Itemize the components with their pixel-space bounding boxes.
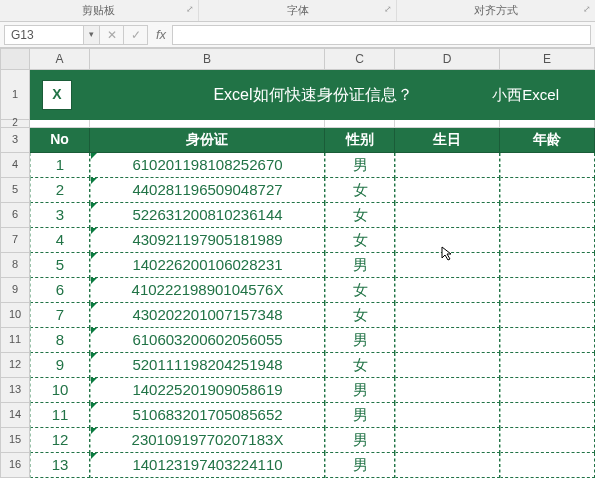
cell-gender[interactable]: 男 <box>325 253 395 278</box>
cell-no[interactable]: 5 <box>30 253 90 278</box>
cell-birth[interactable] <box>395 328 500 353</box>
accept-formula-icon[interactable]: ✓ <box>124 25 148 45</box>
expand-icon[interactable]: ⤢ <box>583 0 591 19</box>
cell-age[interactable] <box>500 153 595 178</box>
cell-gender[interactable]: 女 <box>325 353 395 378</box>
cell-no[interactable]: 3 <box>30 203 90 228</box>
cell-gender[interactable]: 女 <box>325 278 395 303</box>
cell-birth[interactable] <box>395 428 500 453</box>
cell-age[interactable] <box>500 253 595 278</box>
row-header-14[interactable]: 14 <box>0 403 30 428</box>
expand-icon[interactable]: ⤢ <box>186 0 194 19</box>
col-header-A[interactable]: A <box>30 48 90 70</box>
row-header-1[interactable]: 1 <box>0 70 30 120</box>
cell-no[interactable]: 12 <box>30 428 90 453</box>
cell-id[interactable]: 440281196509048727 <box>90 178 325 203</box>
row-header-16[interactable]: 16 <box>0 453 30 478</box>
cell-birth[interactable] <box>395 353 500 378</box>
cell-birth[interactable] <box>395 228 500 253</box>
col-header-B[interactable]: B <box>90 48 325 70</box>
cell[interactable] <box>500 120 595 128</box>
row-header-7[interactable]: 7 <box>0 228 30 253</box>
cell-gender[interactable]: 男 <box>325 328 395 353</box>
row-header-10[interactable]: 10 <box>0 303 30 328</box>
cell-birth[interactable] <box>395 303 500 328</box>
row-header-13[interactable]: 13 <box>0 378 30 403</box>
cell-birth[interactable] <box>395 253 500 278</box>
cell-id[interactable]: 520111198204251948 <box>90 353 325 378</box>
row-header-8[interactable]: 8 <box>0 253 30 278</box>
cell-id[interactable]: 140225201909058619 <box>90 378 325 403</box>
name-box[interactable]: G13 <box>4 25 84 45</box>
cell-no[interactable]: 6 <box>30 278 90 303</box>
cell-age[interactable] <box>500 453 595 478</box>
select-all-corner[interactable] <box>0 48 30 70</box>
col-header-E[interactable]: E <box>500 48 595 70</box>
cell[interactable] <box>90 120 325 128</box>
cell-no[interactable]: 8 <box>30 328 90 353</box>
cell-gender[interactable]: 男 <box>325 378 395 403</box>
cell-no[interactable]: 13 <box>30 453 90 478</box>
cell-id[interactable]: 41022219890104576X <box>90 278 325 303</box>
header-age[interactable]: 年龄 <box>500 128 595 153</box>
cell-id[interactable]: 23010919770207183X <box>90 428 325 453</box>
cancel-formula-icon[interactable]: ✕ <box>100 25 124 45</box>
row-header-4[interactable]: 4 <box>0 153 30 178</box>
header-id[interactable]: 身份证 <box>90 128 325 153</box>
cell-gender[interactable]: 男 <box>325 453 395 478</box>
cell[interactable] <box>325 120 395 128</box>
cell-gender[interactable]: 男 <box>325 428 395 453</box>
cell-id[interactable]: 610201198108252670 <box>90 153 325 178</box>
row-header-15[interactable]: 15 <box>0 428 30 453</box>
cell-id[interactable]: 610603200602056055 <box>90 328 325 353</box>
cell-no[interactable]: 1 <box>30 153 90 178</box>
name-box-dropdown[interactable]: ▾ <box>84 25 100 45</box>
cell[interactable] <box>395 120 500 128</box>
row-header-3[interactable]: 3 <box>0 128 30 153</box>
row-header-6[interactable]: 6 <box>0 203 30 228</box>
cell-age[interactable] <box>500 403 595 428</box>
cell-birth[interactable] <box>395 378 500 403</box>
cell-age[interactable] <box>500 303 595 328</box>
cell-age[interactable] <box>500 428 595 453</box>
cell-age[interactable] <box>500 178 595 203</box>
col-header-C[interactable]: C <box>325 48 395 70</box>
cell-age[interactable] <box>500 328 595 353</box>
cell[interactable] <box>30 120 90 128</box>
expand-icon[interactable]: ⤢ <box>384 0 392 19</box>
title-cell[interactable]: X Excel如何快速身份证信息？ 小西Excel <box>30 70 595 120</box>
cell-no[interactable]: 11 <box>30 403 90 428</box>
header-no[interactable]: No <box>30 128 90 153</box>
cell-birth[interactable] <box>395 403 500 428</box>
row-header-5[interactable]: 5 <box>0 178 30 203</box>
cell-gender[interactable]: 男 <box>325 153 395 178</box>
row-header-11[interactable]: 11 <box>0 328 30 353</box>
cell-no[interactable]: 9 <box>30 353 90 378</box>
cell-id[interactable]: 510683201705085652 <box>90 403 325 428</box>
cell-id[interactable]: 522631200810236144 <box>90 203 325 228</box>
header-gender[interactable]: 性别 <box>325 128 395 153</box>
row-header-2[interactable]: 2 <box>0 120 30 128</box>
cell-birth[interactable] <box>395 178 500 203</box>
cell-gender[interactable]: 女 <box>325 203 395 228</box>
row-header-9[interactable]: 9 <box>0 278 30 303</box>
cell-no[interactable]: 7 <box>30 303 90 328</box>
cell-age[interactable] <box>500 228 595 253</box>
cell-age[interactable] <box>500 203 595 228</box>
cell-gender[interactable]: 女 <box>325 303 395 328</box>
cell-no[interactable]: 10 <box>30 378 90 403</box>
cell-age[interactable] <box>500 353 595 378</box>
cell-birth[interactable] <box>395 453 500 478</box>
cell-gender[interactable]: 女 <box>325 178 395 203</box>
formula-input[interactable] <box>172 25 591 45</box>
cell-no[interactable]: 4 <box>30 228 90 253</box>
header-birth[interactable]: 生日 <box>395 128 500 153</box>
ribbon-section-font[interactable]: 字体⤢ <box>199 0 398 21</box>
ribbon-section-clipboard[interactable]: 剪贴板⤢ <box>0 0 199 21</box>
cell-age[interactable] <box>500 378 595 403</box>
cell-gender[interactable]: 男 <box>325 403 395 428</box>
cell-id[interactable]: 140123197403224110 <box>90 453 325 478</box>
cell-no[interactable]: 2 <box>30 178 90 203</box>
cell-age[interactable] <box>500 278 595 303</box>
fx-icon[interactable]: fx <box>150 27 172 42</box>
